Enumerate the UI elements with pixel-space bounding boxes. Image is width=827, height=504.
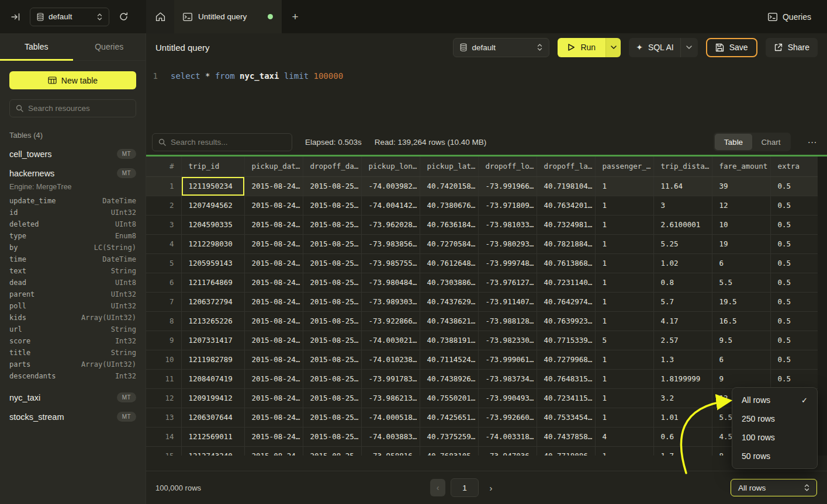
table-cell[interactable]: 40.7388191… [420,331,478,350]
table-cell[interactable]: 40.7234115… [537,388,595,408]
new-table-button[interactable]: New table [9,71,136,89]
table-cell[interactable]: 2.6100001 [653,215,712,234]
schema-column-row[interactable]: update_timeDateTime [9,195,136,207]
table-cell[interactable]: 2015-08-25… [303,215,361,234]
table-cell[interactable]: 2015-08-24… [244,350,303,369]
schema-column-row[interactable]: titleString [9,347,136,359]
schema-column-row[interactable]: idUInt32 [9,207,136,218]
table-cell[interactable]: -74.003883… [361,427,420,446]
table-cell[interactable]: 2015-08-25… [303,331,361,350]
table-cell[interactable]: 1 [595,234,653,253]
page-size-option[interactable]: 100 rows [732,428,817,447]
table-cell[interactable]: 5 [595,331,653,350]
view-toggle-chart[interactable]: Chart [752,134,790,150]
table-cell[interactable]: 0.8 [653,273,712,292]
table-cell[interactable]: -73.962028… [361,215,420,234]
table-cell[interactable]: 2015-08-25… [303,234,361,253]
table-cell[interactable]: 4 [595,427,653,446]
table-cell[interactable]: 2015-08-24… [244,331,303,350]
table-cell[interactable]: -73.981033… [478,215,537,234]
table-cell[interactable]: 1209199412 [181,388,244,408]
schema-column-row[interactable]: descendantsInt32 [9,370,136,382]
page-size-option[interactable]: 50 rows [732,447,817,465]
table-cell[interactable]: 40.7715339… [537,331,595,350]
table-cell[interactable]: 0.5 [770,350,818,369]
table-cell[interactable]: 19.5 [712,292,770,311]
table-cell[interactable]: 40.7303886… [420,273,478,292]
table-cell[interactable]: 40.7613868… [537,253,595,273]
table-cell[interactable]: 40.7425651… [420,408,478,427]
column-header[interactable]: dropoff_lo… [478,157,537,176]
table-cell[interactable]: 9 [712,369,770,388]
table-cell[interactable]: 1 [595,446,653,456]
table-cell[interactable]: 5.7 [653,292,712,311]
table-cell[interactable]: 0.5 [770,215,818,234]
sidebar-item-cell-towers[interactable]: cell_towers MT [9,144,136,164]
table-cell[interactable]: 1 [595,369,653,388]
table-cell[interactable]: -73.947036… [478,446,537,456]
schema-column-row[interactable]: deletedUInt8 [9,218,136,230]
scrollbar-gutter[interactable] [818,157,827,456]
table-cell[interactable]: 0.5 [770,253,818,273]
table-cell[interactable]: 2015-08-24… [244,408,303,427]
schema-column-row[interactable]: partsArray(UInt32) [9,359,136,370]
table-cell[interactable]: 1 [595,273,653,292]
table-cell[interactable]: 1212298030 [181,234,244,253]
table-cell[interactable]: 1213265226 [181,311,244,331]
collapse-sidebar-button[interactable] [7,8,25,26]
page-size-option[interactable]: 250 rows [732,409,817,428]
table-cell[interactable]: 40.7438926… [420,369,478,388]
column-header-row-number[interactable]: # [146,157,181,176]
column-header[interactable]: trip_id [181,157,244,176]
column-header[interactable]: pickup_lon… [361,157,420,176]
table-cell[interactable]: 2015-08-25… [303,273,361,292]
table-cell[interactable]: -73.992660… [478,408,537,427]
table-cell[interactable]: 2015-08-24… [244,311,303,331]
table-cell[interactable]: -73.976127… [478,273,537,292]
table-cell[interactable]: -73.983734… [478,369,537,388]
table-cell[interactable]: 4.17 [653,311,712,331]
schema-column-row[interactable]: timeDateTime [9,253,136,265]
table-cell[interactable]: 40.7270584… [420,234,478,253]
table-cell[interactable]: 1211764869 [181,273,244,292]
table-cell[interactable]: 40.7437629… [420,292,478,311]
table-cell[interactable]: -73.989303… [361,292,420,311]
column-header[interactable]: extra [770,157,818,176]
table-cell[interactable]: 40.7279968… [537,350,595,369]
table-cell[interactable]: 1211982789 [181,350,244,369]
column-header[interactable]: passenger_… [595,157,653,176]
database-selector-topbar[interactable]: default [30,8,109,26]
table-cell[interactable]: 2015-08-25… [303,292,361,311]
table-cell[interactable]: 0.5 [770,196,818,215]
table-cell[interactable]: 40.7420158… [420,176,478,196]
table-cell[interactable]: -73.971809… [478,196,537,215]
table-cell[interactable]: -74.003021… [361,331,420,350]
table-cell[interactable]: 1208407419 [181,369,244,388]
table-cell[interactable]: 40.7380676… [420,196,478,215]
page-size-select[interactable]: All rows [731,479,817,496]
table-cell[interactable]: 2.57 [653,331,712,350]
table-cell[interactable]: 0.5 [770,311,818,331]
table-cell[interactable]: 40.7324981… [537,215,595,234]
table-cell[interactable]: 1207331417 [181,331,244,350]
schema-column-row[interactable]: parentUInt32 [9,289,136,300]
table-cell[interactable]: 40.7683105… [420,446,478,456]
new-tab-button[interactable]: + [282,0,309,33]
table-cell[interactable]: 3.2 [653,388,712,408]
save-button[interactable]: Save [706,38,757,57]
sql-ai-button[interactable]: ✦ SQL AI [629,38,698,57]
table-cell[interactable]: -74.003982… [361,176,420,196]
table-cell[interactable]: 9.5 [712,331,770,350]
table-cell[interactable]: 40.7612648… [420,253,478,273]
tab-untitled-query[interactable]: Untitled query [174,0,282,33]
table-cell[interactable]: -73.980293… [478,234,537,253]
table-cell[interactable]: 1.7 [653,446,712,456]
table-cell[interactable]: -73.991783… [361,369,420,388]
table-cell[interactable]: 1.3 [653,350,712,369]
table-cell[interactable]: -73.986213… [361,388,420,408]
table-cell[interactable]: 1 [595,311,653,331]
table-cell[interactable]: 1206307644 [181,408,244,427]
table-cell[interactable]: 2015-08-25… [303,350,361,369]
run-options-button[interactable] [605,38,621,57]
table-cell[interactable]: 40.7437858… [537,427,595,446]
